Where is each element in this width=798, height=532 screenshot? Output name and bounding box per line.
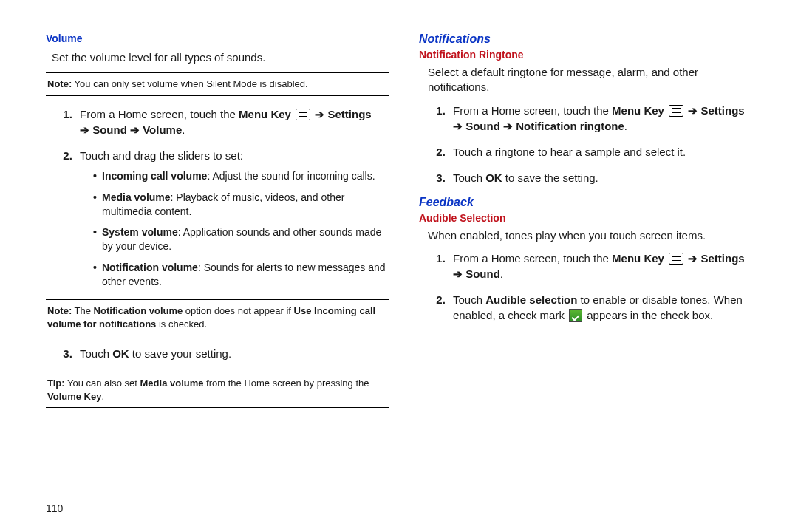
heading-feedback: Feedback [419, 196, 763, 209]
bullet-system: System volume: Application sounds and ot… [93, 225, 389, 253]
note-silent-mode: Note: You can only set volume when Silen… [46, 72, 389, 96]
page-number: 110 [46, 502, 63, 514]
nr-steps: From a Home screen, touch the Menu Key ➔… [419, 103, 763, 185]
step-3: Touch OK to save your setting. [75, 346, 389, 361]
note-notification-volume: Note: The Notification volume option doe… [46, 299, 389, 335]
nr-step-3: Touch OK to save the setting. [449, 170, 763, 185]
as-step-2: Touch Audible selection to enable or dis… [449, 292, 763, 323]
right-column: Notifications Notification Ringtone Sele… [419, 30, 763, 418]
volume-steps: From a Home screen, touch the Menu Key ➔… [46, 106, 389, 289]
nr-intro: Select a default ringtone for message, a… [428, 65, 763, 95]
tip-volume-key: Tip: You can also set Media volume from … [46, 372, 389, 408]
nr-step-1: From a Home screen, touch the Menu Key ➔… [449, 103, 763, 134]
heading-notifications: Notifications [419, 33, 763, 46]
as-step-1: From a Home screen, touch the Menu Key ➔… [449, 250, 763, 282]
as-steps: From a Home screen, touch the Menu Key ➔… [419, 250, 763, 323]
menu-key-icon [296, 109, 310, 120]
checkmark-icon [569, 309, 582, 322]
volume-steps-cont: Touch OK to save your setting. [46, 346, 389, 361]
volume-intro: Set the volume level for all types of so… [52, 50, 389, 65]
step-2: Touch and drag the sliders to set: Incom… [75, 148, 389, 289]
as-intro: When enabled, tones play when you touch … [428, 228, 763, 243]
menu-key-icon [669, 253, 683, 265]
menu-key-icon [669, 105, 683, 117]
heading-audible-selection: Audible Selection [419, 212, 763, 224]
step-1: From a Home screen, touch the Menu Key ➔… [75, 106, 389, 137]
heading-notification-ringtone: Notification Ringtone [419, 49, 763, 61]
nr-step-2: Touch a ringtone to hear a sample and se… [449, 144, 763, 160]
heading-volume: Volume [46, 33, 389, 44]
left-column: Volume Set the volume level for all type… [46, 30, 389, 418]
bullet-notification: Notification volume: Sounds for alerts t… [93, 261, 389, 289]
bullet-media: Media volume: Playback of music, videos,… [93, 191, 389, 219]
bullet-incoming: Incoming call volume: Adjust the sound f… [93, 169, 389, 183]
